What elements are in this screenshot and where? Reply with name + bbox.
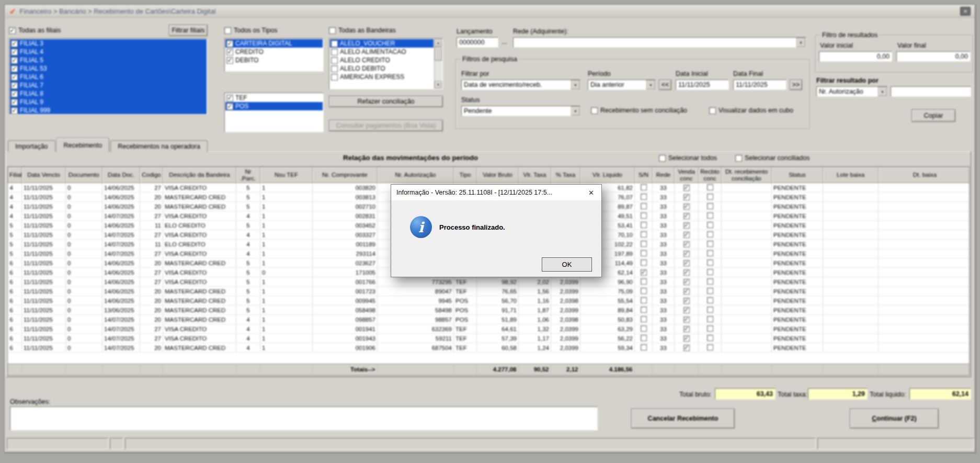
- status-select[interactable]: Pendente ▼: [461, 106, 580, 116]
- checkbox[interactable]: [707, 259, 713, 266]
- checkbox[interactable]: [226, 40, 233, 47]
- checkbox[interactable]: [683, 298, 690, 304]
- list-item[interactable]: POS: [225, 102, 323, 110]
- col-tipo[interactable]: Tipo: [454, 167, 477, 183]
- checkbox[interactable]: [707, 316, 713, 322]
- col-vlr_taxa[interactable]: Vlr. Taxa: [519, 167, 551, 183]
- list-item[interactable]: FILIAL 4: [10, 48, 207, 56]
- dialog-close-icon[interactable]: ✕: [586, 189, 596, 197]
- tab-recebimentos-operadora[interactable]: Recebimentos na operadora: [110, 140, 208, 152]
- scroll-up-icon[interactable]: ▲: [435, 39, 442, 47]
- valor-inicial-input[interactable]: 0,00: [819, 51, 892, 62]
- col-autorizacao[interactable]: Nr. Autorização: [378, 167, 454, 183]
- table-row[interactable]: 611/11/2025014/07/202520MASTERCARD CRED4…: [8, 343, 970, 353]
- checkbox[interactable]: [331, 57, 338, 64]
- previous-period-button[interactable]: <<: [659, 80, 671, 90]
- checkbox[interactable]: [683, 345, 690, 351]
- checkbox[interactable]: [683, 222, 690, 229]
- checkbox[interactable]: [11, 57, 18, 64]
- todos-tipos-checkbox[interactable]: Todos os Tipos: [224, 27, 277, 34]
- col-status[interactable]: Status: [772, 167, 823, 183]
- checkbox[interactable]: [735, 155, 742, 162]
- tef-pos-list[interactable]: TEFPOS: [224, 93, 324, 132]
- col-dt_baixa[interactable]: Dt. baixa: [879, 167, 970, 183]
- checkbox[interactable]: [683, 317, 690, 323]
- filtrar-resultado-select[interactable]: Nr. Autorização ▼: [816, 86, 887, 97]
- col-rede[interactable]: Rede: [653, 167, 675, 183]
- list-item[interactable]: FILIAL 5: [10, 56, 207, 64]
- table-row[interactable]: 611/11/2025013/06/202520MASTERCARD CRED5…: [8, 306, 970, 315]
- data-final-input[interactable]: 11/11/2025: [733, 80, 787, 90]
- checkbox[interactable]: [641, 269, 647, 276]
- col-filial[interactable]: Filial: [8, 167, 22, 183]
- ok-button[interactable]: OK: [542, 257, 592, 272]
- checkbox[interactable]: [226, 103, 233, 110]
- checkbox[interactable]: [683, 288, 690, 295]
- filtrar-filiais-button[interactable]: Filtrar filiais: [169, 25, 208, 36]
- checkbox[interactable]: [591, 107, 598, 114]
- col-dt_receb_conc[interactable]: Dt. recebimento conciliação: [722, 167, 772, 183]
- rede-select[interactable]: ▼: [513, 37, 806, 48]
- checkbox[interactable]: [11, 74, 18, 81]
- list-item[interactable]: CARTEIRA DIGITAL: [225, 39, 323, 48]
- periodo-select[interactable]: Dia anterior ▼: [588, 80, 656, 90]
- table-row[interactable]: 611/11/2025014/07/202520MASTERCARD CRED4…: [8, 315, 970, 324]
- col-venda_conc[interactable]: Venda conc: [675, 167, 699, 183]
- checkbox[interactable]: [331, 49, 338, 55]
- col-bandeira[interactable]: Descrição da Bandeira: [163, 167, 236, 183]
- bandeiras-scrollbar[interactable]: ▲ ▼: [434, 39, 442, 88]
- list-item[interactable]: ALELO_VOUCHER: [330, 39, 434, 48]
- refazer-conciliacao-button[interactable]: Refazer conciliação: [329, 96, 443, 107]
- checkbox[interactable]: [11, 65, 18, 72]
- checkbox[interactable]: [683, 185, 690, 191]
- list-item[interactable]: CREDITO: [225, 48, 323, 56]
- checkbox[interactable]: [11, 107, 18, 114]
- checkbox[interactable]: [683, 307, 690, 313]
- list-item[interactable]: ALELO DEBITO: [330, 64, 434, 73]
- checkbox[interactable]: [329, 27, 336, 34]
- checkbox[interactable]: [11, 91, 18, 97]
- valor-final-input[interactable]: 0,00: [896, 51, 971, 62]
- todas-bandeiras-checkbox[interactable]: Todas as Bandeiras: [329, 27, 396, 34]
- col-documento[interactable]: Documento: [66, 167, 102, 183]
- window-close-icon[interactable]: ✕: [960, 7, 971, 16]
- checkbox[interactable]: [224, 27, 231, 34]
- table-row[interactable]: 611/11/2025014/06/202527VISA CREDITO5100…: [8, 277, 970, 287]
- checkbox[interactable]: [641, 194, 647, 200]
- checkbox[interactable]: [709, 107, 716, 114]
- checkbox[interactable]: [331, 74, 338, 81]
- todas-filiais-checkbox[interactable]: Todas as filiais: [9, 27, 61, 34]
- list-item[interactable]: FILIAL 8: [10, 89, 207, 98]
- checkbox[interactable]: [226, 57, 233, 64]
- tab-importacao[interactable]: Importação: [8, 140, 55, 152]
- col-sn[interactable]: S/N: [635, 167, 653, 183]
- checkbox[interactable]: [641, 259, 647, 266]
- checkbox[interactable]: [683, 204, 690, 210]
- dialog-titlebar[interactable]: Informação - Versão: 25.11.1108I - [12/1…: [391, 185, 601, 200]
- checkbox[interactable]: [641, 250, 647, 256]
- checkbox[interactable]: [683, 269, 690, 276]
- checkbox[interactable]: [641, 297, 647, 303]
- checkbox[interactable]: [659, 155, 666, 162]
- checkbox[interactable]: [11, 99, 18, 106]
- checkbox[interactable]: [683, 279, 690, 285]
- list-item[interactable]: ALELO ALIMENTACAO: [330, 48, 434, 56]
- col-comprovante[interactable]: Nr. Comprovante: [313, 167, 378, 183]
- checkbox[interactable]: [707, 241, 713, 247]
- recebimento-sem-conciliacao-checkbox[interactable]: Recebimento sem conciliação: [591, 107, 687, 114]
- table-row[interactable]: 611/11/2025014/06/202520MASTERCARD CRED5…: [8, 287, 970, 296]
- checkbox[interactable]: [641, 278, 647, 285]
- checkbox[interactable]: [641, 335, 647, 341]
- checkbox[interactable]: [683, 335, 690, 342]
- checkbox[interactable]: [683, 251, 690, 257]
- checkbox[interactable]: [707, 335, 713, 341]
- list-item[interactable]: FILIAL 7: [10, 81, 207, 89]
- checkbox[interactable]: [641, 203, 647, 209]
- checkbox[interactable]: [707, 278, 713, 285]
- lancamento-more-button[interactable]: ...: [502, 38, 507, 46]
- next-period-button[interactable]: >>: [790, 80, 802, 90]
- table-row[interactable]: 611/11/2025014/07/202527VISA CREDITO4100…: [8, 324, 970, 334]
- checkbox[interactable]: [707, 307, 713, 313]
- col-nsu_tef[interactable]: Nsu TEF: [260, 167, 313, 183]
- col-lote_baixa[interactable]: Lote baixa: [823, 167, 879, 183]
